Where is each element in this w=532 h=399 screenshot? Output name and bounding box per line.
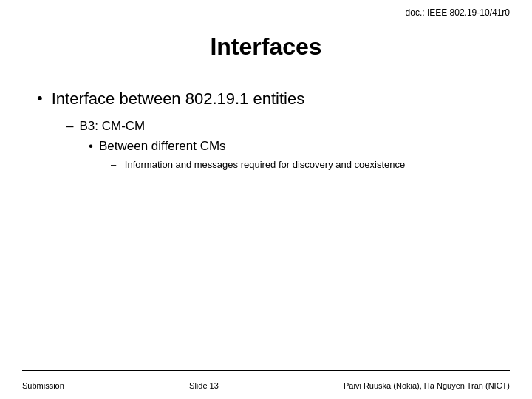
sub-level-1: – B3: CM-CM • Between different CMs – In…	[66, 117, 495, 172]
sub1-text: B3: CM-CM	[79, 117, 145, 135]
header-line	[22, 21, 510, 21]
sub1-item: – B3: CM-CM	[66, 117, 495, 135]
sub3-text: Information and messages required for di…	[125, 158, 405, 171]
content-area: • Interface between 802.19.1 entities – …	[37, 89, 495, 174]
footer-slide-number: Slide 13	[189, 381, 219, 390]
sub-level-3: – Information and messages required for …	[111, 158, 495, 171]
main-bullet-text: Interface between 802.19.1 entities	[52, 89, 304, 110]
bullet-icon: •	[37, 89, 43, 108]
footer-submission: Submission	[22, 381, 64, 390]
sub2-item: • Between different CMs	[89, 137, 495, 155]
sub-level-2: • Between different CMs – Information an…	[89, 137, 495, 171]
footer-authors: Päivi Ruuska (Nokia), Ha Nguyen Tran (NI…	[344, 381, 510, 390]
sub3-item: – Information and messages required for …	[111, 158, 495, 171]
dash-icon: –	[66, 117, 73, 135]
small-bullet-icon: •	[89, 137, 93, 155]
main-bullet: • Interface between 802.19.1 entities	[37, 89, 495, 110]
doc-reference: doc.: IEEE 802.19-10/41r0	[406, 7, 510, 18]
sub2-text: Between different CMs	[99, 137, 226, 155]
slide-title: Interfaces	[0, 33, 532, 61]
slide: doc.: IEEE 802.19-10/41r0 Interfaces • I…	[0, 0, 532, 399]
footer: Submission Slide 13 Päivi Ruuska (Nokia)…	[22, 381, 510, 390]
footer-line	[22, 370, 510, 371]
dash2-icon: –	[111, 158, 119, 171]
